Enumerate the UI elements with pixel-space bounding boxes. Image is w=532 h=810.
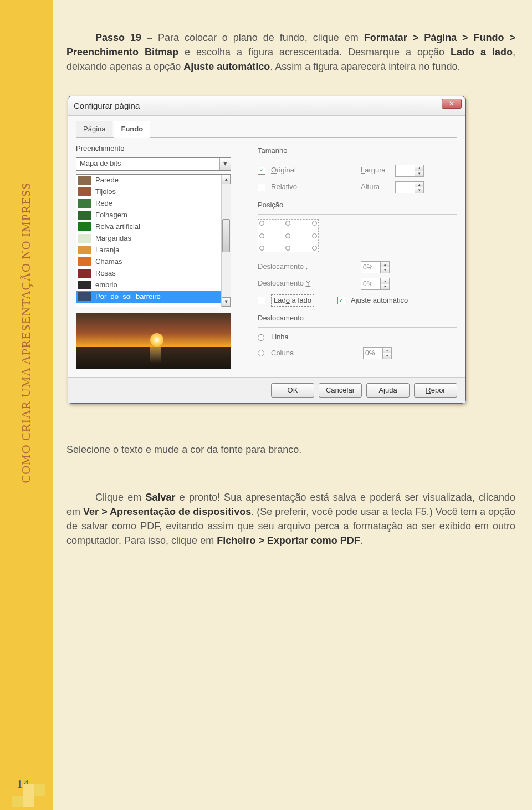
swatch-icon	[78, 292, 91, 301]
deslocamento-x-spinbox[interactable]: ▴▾	[361, 261, 390, 273]
swatch-icon	[78, 211, 91, 220]
list-item-label: Tijolos	[95, 187, 116, 197]
spin-down-icon[interactable]: ▾	[415, 187, 423, 193]
swatch-icon	[78, 176, 91, 185]
list-item[interactable]: Chamas	[76, 256, 231, 268]
decoration	[0, 777, 53, 810]
altura-input[interactable]	[396, 182, 415, 193]
scroll-down-icon[interactable]: ▾	[222, 297, 231, 307]
position-group-label: Posição	[258, 200, 457, 211]
bitmap-listbox[interactable]: ParedeTijolosRedeFolhagemRelva artificia…	[76, 174, 231, 307]
reset-button[interactable]: Repor	[414, 383, 457, 398]
list-item-label: Laranja	[95, 245, 119, 256]
relativo-label: Relativo	[271, 182, 337, 192]
position-grid[interactable]	[258, 219, 319, 252]
list-item[interactable]: embrio	[76, 279, 231, 291]
list-item[interactable]: Por_do_sol_barreiro	[76, 291, 231, 303]
spin-down-icon[interactable]: ▾	[380, 284, 389, 289]
spin-down-icon[interactable]: ▾	[380, 267, 389, 273]
deslocamento-y-spinbox[interactable]: ▴▾	[361, 278, 390, 290]
tab-strip: Página Fundo	[76, 120, 457, 138]
swatch-icon	[78, 257, 91, 266]
content-area: Passo 19 – Para colocar o plano de fundo…	[66, 30, 515, 552]
altura-label: Altura	[361, 182, 392, 192]
list-item[interactable]: Laranja	[76, 244, 231, 256]
dialog-configurar-pagina: Configurar página ✕ Página Fundo Preench…	[68, 96, 466, 403]
list-item-label: Rosas	[95, 268, 116, 279]
fill-type-combo[interactable]: Mapa de bits ▾	[76, 157, 231, 171]
altura-spinbox[interactable]: ▴▾	[395, 181, 424, 193]
list-item[interactable]: Rede	[76, 198, 231, 210]
close-button[interactable]: ✕	[442, 99, 462, 109]
largura-spinbox[interactable]: ▴▾	[395, 165, 424, 177]
list-item-label: Parede	[95, 175, 119, 186]
paragraph-select-text: Selecione o texto e mude a cor da fonte …	[66, 442, 515, 457]
chevron-down-icon[interactable]: ▾	[219, 158, 231, 170]
paragraph-step19: Passo 19 – Para colocar o plano de fundo…	[66, 30, 515, 74]
coluna-spinbox[interactable]: ▴▾	[363, 347, 392, 359]
lado-a-lado-checkbox[interactable]	[258, 297, 265, 304]
ok-button[interactable]: OK	[271, 383, 314, 398]
dialog-button-bar: OK Cancelar Ajuda Repor	[68, 377, 465, 403]
list-item[interactable]: Margaridas	[76, 233, 231, 244]
largura-input[interactable]	[396, 165, 415, 176]
dialog-title: Configurar página	[74, 101, 140, 110]
section-title: COMO CRIAR UMA APRESENTAÇÃO NO IMPRESS	[19, 182, 33, 483]
fill-group-label: Preenchimento	[76, 144, 248, 154]
deslocamento-y-input[interactable]	[361, 278, 380, 289]
list-item-label: Relva artificial	[95, 222, 140, 232]
swatch-icon	[78, 246, 91, 254]
largura-label: Largura	[361, 165, 392, 176]
ajuste-auto-checkbox[interactable]: ✓	[337, 297, 345, 304]
deslocamento-y-label: Deslocamento Y	[258, 278, 357, 289]
tab-pagina[interactable]: Página	[76, 121, 112, 138]
original-checkbox[interactable]: ✓	[258, 167, 265, 175]
spin-down-icon[interactable]: ▾	[382, 353, 391, 359]
linha-label: Linha	[271, 332, 289, 343]
spin-up-icon[interactable]: ▴	[415, 165, 423, 171]
coluna-radio[interactable]	[258, 350, 264, 356]
scrollbar[interactable]: ▴ ▾	[221, 175, 231, 307]
lado-a-lado-label: Lado a lado	[271, 294, 314, 307]
spin-up-icon[interactable]: ▴	[380, 278, 389, 284]
swatch-icon	[78, 234, 91, 243]
list-item[interactable]: Relva artificial	[76, 221, 231, 233]
swatch-icon	[78, 222, 91, 231]
list-item-label: Por_do_sol_barreiro	[95, 292, 161, 302]
list-item-label: Rede	[95, 198, 112, 209]
swatch-icon	[78, 187, 91, 196]
step-number: Passo 19	[95, 32, 141, 43]
swatch-icon	[78, 199, 91, 208]
scroll-thumb[interactable]	[222, 219, 230, 252]
list-item[interactable]: Rosas	[76, 268, 231, 279]
list-item-label: Margaridas	[95, 233, 131, 244]
paragraph-save: Clique em Salvar e pronto! Sua apresenta…	[66, 490, 515, 548]
spin-up-icon[interactable]: ▴	[382, 348, 391, 353]
spin-up-icon[interactable]: ▴	[380, 262, 389, 267]
list-item-label: Chamas	[95, 257, 122, 267]
scroll-up-icon[interactable]: ▴	[222, 175, 231, 184]
tab-fundo[interactable]: Fundo	[114, 121, 150, 138]
swatch-icon	[78, 281, 91, 289]
deslocamento-group-label: Deslocamento	[258, 313, 457, 324]
swatch-icon	[78, 269, 91, 278]
cancel-button[interactable]: Cancelar	[319, 383, 362, 398]
spin-up-icon[interactable]: ▴	[415, 182, 423, 187]
list-item-label: embrio	[95, 280, 117, 291]
deslocamento-x-input[interactable]	[361, 262, 380, 273]
ajuste-auto-label: Ajuste automático	[351, 296, 408, 306]
coluna-label: Coluna	[271, 348, 360, 359]
help-button[interactable]: Ajuda	[366, 383, 410, 398]
list-item[interactable]: Folhagem	[76, 210, 231, 221]
spin-down-icon[interactable]: ▾	[415, 171, 423, 176]
bitmap-preview	[76, 313, 231, 369]
list-item[interactable]: Tijolos	[76, 186, 231, 198]
deslocamento-label: Deslocamento ,	[258, 262, 357, 272]
list-item-label: Folhagem	[95, 210, 127, 221]
list-item[interactable]: Parede	[76, 175, 231, 186]
coluna-input[interactable]	[364, 348, 382, 359]
relativo-checkbox[interactable]	[258, 184, 265, 191]
dialog-titlebar[interactable]: Configurar página ✕	[68, 96, 465, 116]
size-group-label: Tamanho	[258, 146, 457, 156]
linha-radio[interactable]	[258, 334, 264, 341]
